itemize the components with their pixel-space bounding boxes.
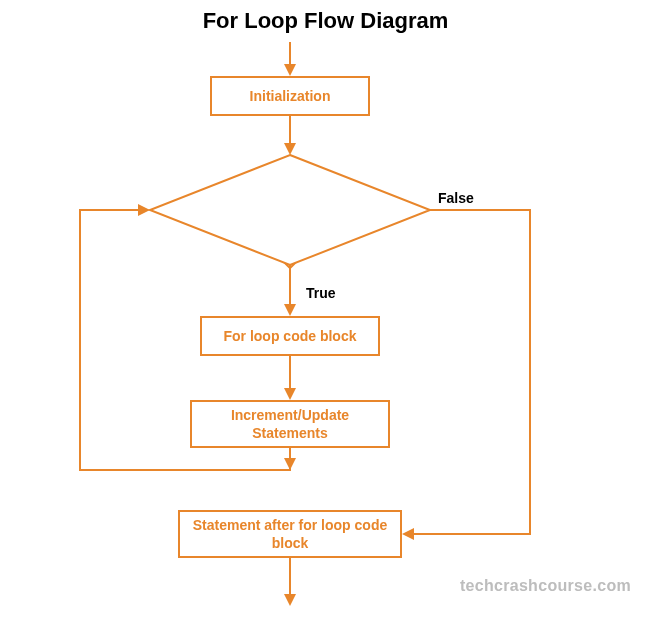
svg-marker-13	[284, 594, 296, 606]
node-update: Increment/Update Statements	[190, 400, 390, 448]
edge-false-label: False	[438, 190, 474, 206]
node-after-label: Statement after for loop code block	[188, 516, 392, 552]
node-body: For loop code block	[200, 316, 380, 356]
svg-marker-6	[284, 304, 296, 316]
node-update-label: Increment/Update Statements	[200, 406, 380, 442]
svg-marker-9	[138, 204, 150, 216]
node-initialization-label: Initialization	[250, 87, 331, 105]
node-after: Statement after for loop code block	[178, 510, 402, 558]
svg-marker-10	[284, 458, 296, 470]
node-condition-label: For loop condition	[225, 190, 355, 230]
edge-true-label: True	[306, 285, 336, 301]
diagram-title: For Loop Flow Diagram	[0, 8, 651, 34]
svg-marker-2	[284, 64, 296, 76]
node-initialization: Initialization	[210, 76, 370, 116]
svg-marker-11	[402, 528, 414, 540]
svg-marker-8	[284, 388, 296, 400]
node-body-label: For loop code block	[223, 327, 356, 345]
watermark: techcrashcourse.com	[460, 577, 631, 595]
